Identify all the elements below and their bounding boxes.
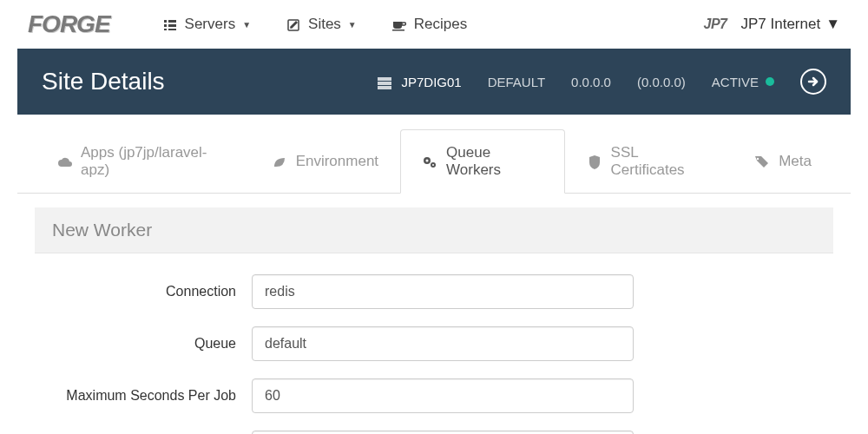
header-meta: JP7DIG01 DEFAULT 0.0.0.0 (0.0.0.0) ACTIV… [377, 69, 826, 95]
tab-meta-label: Meta [779, 153, 812, 170]
queue-label: Queue [35, 336, 252, 352]
svg-rect-10 [378, 86, 391, 89]
svg-point-15 [432, 164, 434, 166]
nav-sites-label: Sites [308, 16, 341, 33]
tabs: Apps (jp7jp/laravel-apz) Environment Que… [17, 128, 851, 194]
form-area: Connection Queue Maximum Seconds Per Job… [17, 253, 851, 434]
panel-heading: New Worker [35, 207, 833, 253]
app-logo[interactable]: FORGE [28, 10, 110, 38]
page-header: Site Details JP7DIG01 DEFAULT 0.0.0.0 (0… [17, 49, 851, 115]
svg-point-13 [426, 159, 429, 161]
status-badge: ACTIVE [712, 75, 774, 89]
max-seconds-label: Maximum Seconds Per Job [35, 388, 252, 404]
chevron-down-icon: ▼ [825, 16, 840, 33]
tab-apps-label: Apps (jp7jp/laravel-apz) [81, 144, 228, 179]
gears-icon [422, 153, 437, 170]
edit-icon [286, 16, 301, 33]
svg-rect-9 [378, 82, 391, 85]
svg-rect-1 [168, 20, 176, 23]
shield-icon [587, 153, 602, 170]
svg-rect-3 [168, 24, 176, 27]
tab-queue-workers[interactable]: Queue Workers [400, 129, 565, 194]
form-row-queue: Queue [35, 326, 833, 361]
arrow-right-button[interactable] [800, 69, 826, 95]
rest-seconds-input[interactable] [252, 431, 634, 434]
coffee-icon [391, 16, 407, 33]
env-label: DEFAULT [488, 75, 545, 89]
svg-rect-0 [164, 20, 167, 23]
tag-icon [754, 153, 770, 170]
nav-sites[interactable]: Sites ▼ [286, 16, 357, 33]
svg-rect-7 [392, 30, 404, 31]
page-title: Site Details [42, 68, 165, 95]
nav-items: Servers ▼ Sites ▼ Recipes [162, 16, 468, 33]
leaf-icon [272, 153, 287, 170]
tab-ssl-label: SSL Certificates [611, 144, 712, 179]
tab-queue-workers-label: Queue Workers [446, 144, 543, 179]
user-menu-label: JP7 Internet [741, 16, 821, 33]
nav-servers-label: Servers [185, 16, 236, 33]
tab-meta[interactable]: Meta [733, 129, 833, 194]
user-menu[interactable]: JP7 Internet ▼ [741, 16, 841, 33]
list-icon [162, 16, 178, 33]
tab-environment-label: Environment [296, 153, 378, 170]
ip-paren-label: (0.0.0.0) [637, 75, 686, 89]
nav-servers[interactable]: Servers ▼ [162, 16, 251, 33]
form-row-max-seconds: Maximum Seconds Per Job [35, 378, 833, 413]
chevron-down-icon: ▼ [242, 20, 251, 30]
connection-input[interactable] [252, 274, 634, 309]
status-dot-icon [766, 77, 774, 86]
tab-apps[interactable]: Apps (jp7jp/laravel-apz) [35, 129, 250, 194]
max-seconds-input[interactable] [252, 378, 634, 413]
tab-environment[interactable]: Environment [250, 129, 400, 194]
svg-rect-8 [378, 77, 391, 81]
connection-label: Connection [35, 284, 252, 299]
ip-label: 0.0.0.0 [571, 75, 611, 89]
form-row-rest-seconds: Rest Seconds When Empty [35, 431, 833, 434]
cloud-icon [56, 153, 72, 170]
queue-input[interactable] [252, 326, 634, 361]
nav-recipes-label: Recipes [414, 16, 467, 33]
content: Apps (jp7jp/laravel-apz) Environment Que… [0, 128, 868, 434]
svg-rect-4 [164, 29, 167, 30]
svg-rect-2 [164, 24, 167, 27]
nav-recipes[interactable]: Recipes [391, 16, 467, 33]
form-row-connection: Connection [35, 274, 833, 309]
server-label: JP7DIG01 [377, 74, 461, 89]
server-icon [377, 74, 392, 89]
navbar: FORGE Servers ▼ Sites ▼ Recipes JP7 JP7 … [0, 0, 868, 49]
nav-right: JP7 JP7 Internet ▼ [704, 16, 840, 33]
brand-logo: JP7 [704, 16, 727, 32]
svg-rect-5 [168, 29, 176, 30]
svg-point-16 [757, 157, 759, 159]
tab-ssl[interactable]: SSL Certificates [565, 129, 733, 194]
chevron-down-icon: ▼ [348, 20, 357, 30]
